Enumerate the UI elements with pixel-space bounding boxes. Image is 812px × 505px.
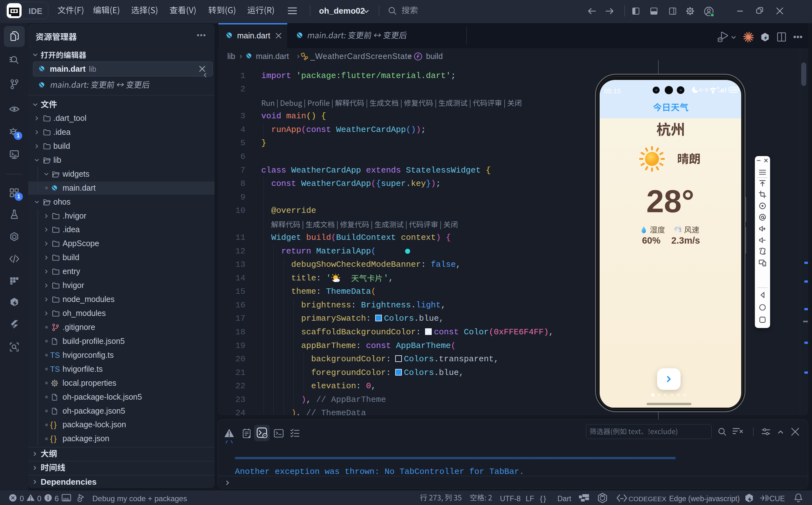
svg-text:100: 100: [730, 88, 737, 92]
